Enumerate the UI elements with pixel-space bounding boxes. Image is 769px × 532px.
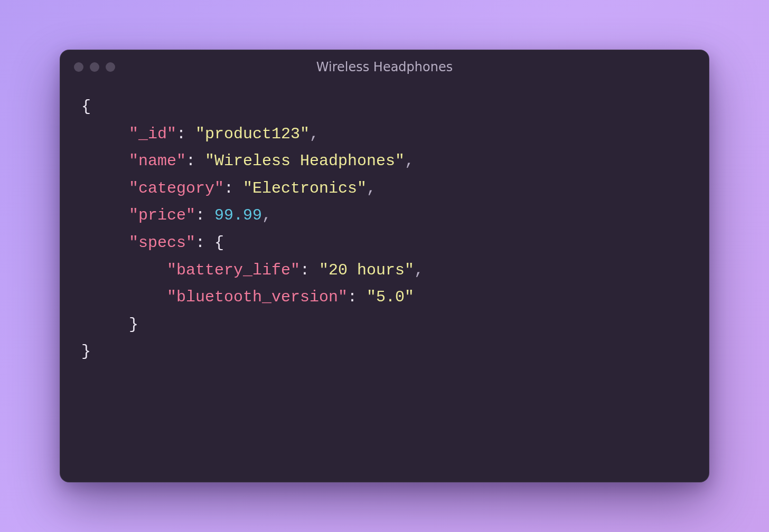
- close-icon[interactable]: [74, 62, 83, 72]
- val-name: "Wireless Headphones": [205, 152, 405, 170]
- colon: :: [348, 288, 367, 306]
- titlebar: Wireless Headphones: [60, 50, 709, 84]
- brace-open: {: [81, 98, 91, 116]
- comma: ,: [405, 152, 414, 170]
- colon: :: [176, 125, 195, 143]
- val-category: "Electronics": [243, 179, 367, 197]
- key-name: "name": [129, 152, 186, 170]
- key-id: "_id": [129, 125, 176, 143]
- key-bluetooth: "bluetooth_version": [167, 288, 348, 306]
- code-window: Wireless Headphones { "_id": "product123…: [60, 50, 709, 482]
- comma: ,: [367, 179, 376, 197]
- comma: ,: [262, 206, 271, 224]
- minimize-icon[interactable]: [90, 62, 99, 72]
- window-title: Wireless Headphones: [60, 60, 709, 74]
- key-battery: "battery_life": [167, 261, 300, 279]
- brace-close-inner: }: [129, 316, 138, 334]
- colon: :: [300, 261, 319, 279]
- comma: ,: [310, 125, 319, 143]
- colon: :: [186, 152, 205, 170]
- val-price: 99.99: [214, 206, 262, 224]
- code-block: { "_id": "product123", "name": "Wireless…: [60, 84, 709, 482]
- traffic-lights: [74, 62, 115, 72]
- brace-open-inner: {: [214, 234, 224, 252]
- brace-close: }: [81, 343, 91, 360]
- maximize-icon[interactable]: [106, 62, 115, 72]
- val-bluetooth: "5.0": [367, 288, 414, 306]
- val-id: "product123": [195, 125, 310, 143]
- colon: :: [195, 234, 214, 252]
- colon: :: [224, 179, 243, 197]
- colon: :: [195, 206, 214, 224]
- comma: ,: [414, 261, 424, 279]
- val-battery: "20 hours": [319, 261, 414, 279]
- key-price: "price": [129, 206, 195, 224]
- key-category: "category": [129, 179, 224, 197]
- key-specs: "specs": [129, 234, 195, 252]
